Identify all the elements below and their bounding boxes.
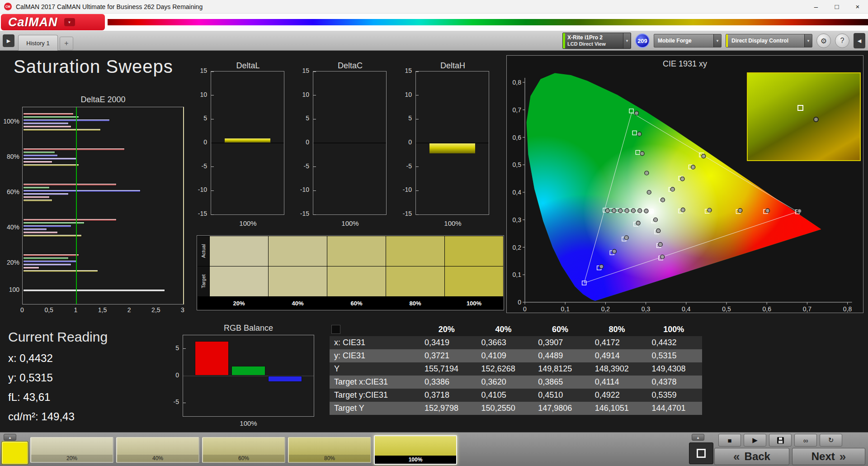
table-cell: 0,4105 (475, 389, 532, 402)
minimize-button[interactable]: – (806, 0, 826, 14)
display-dropdown-icon[interactable]: ▼ (804, 34, 812, 47)
table-row: Target x:CIE310,33860,36200,38650,41140,… (330, 376, 702, 389)
tick-label: -10 (296, 186, 309, 193)
tick-label: 10 (296, 91, 309, 98)
column-header: 60% (532, 323, 589, 336)
next-button[interactable]: Next » (792, 448, 865, 465)
table-cell: 155,7194 (418, 362, 475, 376)
tick-label: 15 (193, 67, 207, 74)
panel-collapse-button[interactable]: ◀ (854, 33, 865, 48)
swatch-column-label: 40% (269, 297, 327, 309)
column-header: 100% (645, 323, 702, 336)
measured-circle (708, 208, 712, 212)
play-button[interactable]: ▶ (744, 434, 766, 447)
chart-deltah: DeltaH 151050-5-10-15 100% (397, 61, 495, 233)
tick-label: 15 (398, 67, 412, 74)
calman-logo-menu[interactable]: CalMAN ▼ (1, 14, 105, 30)
source-dropdown-icon[interactable]: ▼ (713, 34, 721, 47)
svg-text:0,4: 0,4 (513, 189, 522, 196)
current-reading-values: x: 0,4432 y: 0,5315 fL: 43,61 cd/m²: 149… (8, 348, 75, 426)
table-cell: 0,3718 (418, 389, 475, 402)
window-title: CalMAN 2017 CalMAN Ultimate for Business… (16, 3, 203, 10)
patch-window-button[interactable] (689, 442, 713, 464)
measured-circle (680, 177, 684, 181)
refresh-button[interactable]: ↻ (820, 434, 842, 447)
patch-options-expand-button[interactable]: ▴ (4, 434, 16, 441)
add-tab-button[interactable]: + (60, 37, 73, 50)
controls-expand-button[interactable]: ▴ (692, 434, 704, 441)
tick-label: 0 (165, 371, 179, 379)
chevron-right-icon: ▶ (7, 38, 10, 44)
source-label: Mobile Forge (654, 34, 695, 47)
measured-circle (654, 218, 658, 222)
panel-expand-button[interactable]: ▶ (3, 34, 14, 47)
close-button[interactable]: × (847, 0, 868, 14)
deltae-bar (23, 199, 52, 202)
measured-circle (605, 209, 609, 213)
table-cell: 0,3907 (532, 336, 589, 349)
tab-bar: ▶ History 1 + X-Rite i1Pro 2 LCD Direct … (0, 31, 868, 51)
help-button[interactable]: ? (835, 33, 849, 48)
next-chevrons-icon: » (840, 451, 846, 462)
play-icon: ▶ (752, 436, 758, 444)
svg-text:0,5: 0,5 (513, 161, 522, 168)
svg-text:0,4: 0,4 (682, 305, 691, 313)
back-label: Back (745, 450, 770, 463)
patch-button-20%[interactable]: 20% (30, 437, 113, 463)
tick-label: 5 (165, 344, 179, 352)
table-row: x: CIE310,34190,36630,39070,41720,4432 (330, 336, 702, 349)
tick-label: 10 (398, 91, 412, 98)
meter-dropdown-icon[interactable]: ▼ (623, 33, 631, 48)
bottom-bar: ▴ ▴ ■ ▶ ∞ ↻ « Back Next » 20%40%60%80%10… (0, 432, 868, 466)
measured-circle (658, 243, 662, 247)
table-cell: 0,4922 (589, 389, 646, 402)
patch-button-100%[interactable]: 100% (374, 435, 457, 465)
blue-bar (268, 376, 302, 382)
measured-circle (624, 236, 628, 240)
meter-selector[interactable]: X-Rite i1Pro 2 LCD Direct View ▼ (562, 33, 631, 49)
deltae-bar (23, 234, 82, 237)
back-button[interactable]: « Back (714, 448, 789, 465)
measured-circle (702, 154, 706, 158)
x-axis-label: 1 (66, 306, 85, 314)
deltae-bar (23, 270, 98, 272)
continuous-measure-button[interactable]: ∞ (794, 434, 817, 447)
plot-area (313, 71, 387, 215)
svg-text:0,8: 0,8 (843, 305, 852, 313)
back-chevrons-icon: « (733, 451, 740, 462)
plot-area (415, 71, 489, 215)
plot-area (183, 335, 314, 417)
maximize-button[interactable]: □ (826, 0, 847, 14)
svg-text:0,3: 0,3 (513, 216, 522, 223)
tick-label: -15 (193, 210, 207, 217)
stop-button[interactable]: ■ (718, 434, 741, 447)
x-axis-label: 0 (13, 306, 31, 314)
tick-label: -5 (296, 162, 309, 170)
deltae-bar (23, 183, 117, 186)
svg-text:0,6: 0,6 (762, 305, 771, 313)
measured-circle (797, 209, 802, 213)
settings-button[interactable]: ⚙ (816, 33, 831, 48)
row-label: Target Y (330, 402, 418, 415)
target-swatch (210, 266, 268, 296)
app-icon: CM (4, 3, 12, 10)
measured-circle (635, 111, 639, 115)
patch-button-40%[interactable]: 40% (116, 437, 199, 463)
reading-x: x: 0,4432 (8, 348, 75, 368)
patch-button-label: 80% (289, 455, 370, 462)
patch-button-80%[interactable]: 80% (288, 437, 371, 463)
target-swatch (386, 266, 444, 296)
svg-text:0: 0 (523, 305, 527, 313)
plot-area (22, 107, 184, 304)
save-button[interactable] (769, 434, 792, 447)
tab-history-1[interactable]: History 1 (18, 35, 58, 51)
chart-title: DeltaE 2000 (22, 95, 184, 105)
source-selector[interactable]: Mobile Forge ▼ (654, 34, 722, 48)
chart-rgb-balance: RGB Balance 50-5 100% (165, 323, 321, 428)
logo-text: CalMAN (1, 15, 58, 29)
patch-button-60%[interactable]: 60% (202, 437, 285, 463)
swatch-grid: ActualTarget20%40%60%80%100% (198, 236, 503, 309)
table-cell: 0,5359 (645, 389, 702, 402)
current-reading-title: Current Reading (8, 329, 108, 345)
display-control-selector[interactable]: Direct Display Control ▼ (726, 34, 812, 48)
